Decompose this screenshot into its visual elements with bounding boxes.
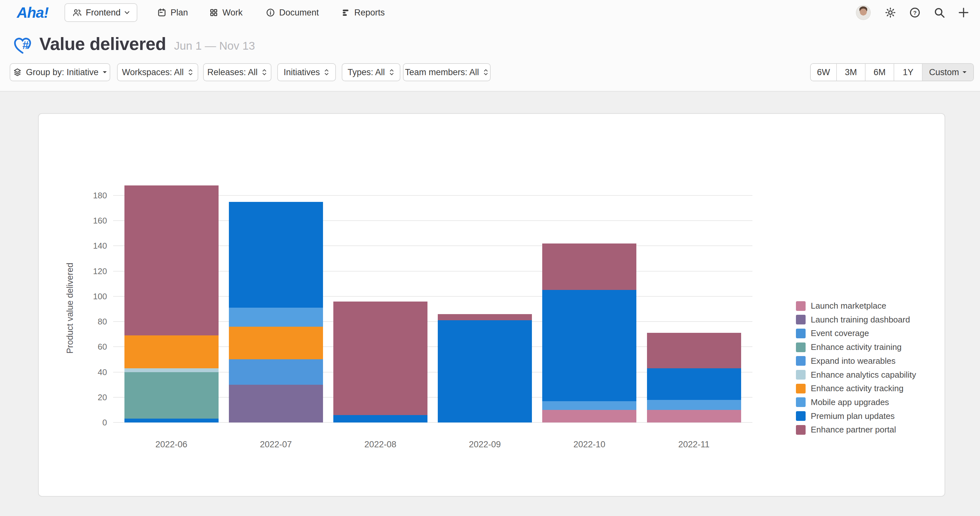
bar-segment[interactable] <box>124 368 219 372</box>
y-tick-label: 60 <box>72 342 107 352</box>
caret-down-icon <box>962 71 967 74</box>
nav-item-document[interactable]: Document <box>266 0 319 25</box>
bar-segment[interactable] <box>542 401 636 410</box>
x-tick-label: 2022-06 <box>136 440 207 449</box>
date-range: Jun 1 — Nov 13 <box>174 39 255 52</box>
people-icon <box>72 8 82 18</box>
legend-swatch <box>796 411 806 421</box>
bar-segment[interactable] <box>124 372 219 419</box>
chart-card: 020406080100120140160180Product value de… <box>38 113 945 497</box>
legend-label: Premium plan updates <box>811 411 894 421</box>
nav-item-plan[interactable]: Plan <box>157 0 188 25</box>
legend-item[interactable]: Enhance partner portal <box>796 425 896 435</box>
time-range-custom[interactable]: Custom <box>923 64 973 81</box>
top-nav-bar: Aha! Frontend PlanWorkDocumentReports <box>0 0 980 25</box>
y-tick-label: 140 <box>72 241 107 251</box>
legend-item[interactable]: Premium plan updates <box>796 411 894 421</box>
filter-pill-group-by[interactable]: Group by: Initiative <box>10 63 110 81</box>
legend-item[interactable]: Enhance activity tracking <box>796 384 904 393</box>
legend-label: Launch training dashboard <box>811 315 910 325</box>
time-range-1y[interactable]: 1Y <box>894 64 923 81</box>
legend-item[interactable]: Expand into wearables <box>796 356 896 366</box>
settings-button[interactable] <box>884 0 897 25</box>
bar-segment[interactable] <box>647 333 741 368</box>
bar-segment[interactable] <box>542 290 636 401</box>
legend-swatch <box>796 356 806 366</box>
time-range-6m[interactable]: 6M <box>865 64 894 81</box>
filter-label: Releases: All <box>207 67 258 77</box>
help-icon: ? <box>909 6 921 19</box>
nav-item-label: Reports <box>354 8 385 18</box>
grid-icon <box>209 8 219 18</box>
legend-item[interactable]: Enhance analytics capability <box>796 370 916 380</box>
legend-swatch <box>796 397 806 407</box>
legend-label: Enhance analytics capability <box>811 370 916 380</box>
bar-segment[interactable] <box>647 368 741 400</box>
nav-item-work[interactable]: Work <box>209 0 243 25</box>
y-tick-label: 40 <box>72 367 107 377</box>
time-range-6w[interactable]: 6W <box>811 64 837 81</box>
x-tick-label: 2022-08 <box>345 440 416 449</box>
y-tick-label: 160 <box>72 216 107 226</box>
svg-text:#: # <box>22 39 29 51</box>
nav-item-reports[interactable]: Reports <box>341 0 385 25</box>
plus-icon <box>957 6 970 19</box>
bar-segment[interactable] <box>542 410 636 422</box>
time-range-label: 3M <box>845 67 857 77</box>
bar-segment[interactable] <box>124 419 219 422</box>
filter-label: Initiatives <box>284 67 320 77</box>
bar-segment[interactable] <box>647 410 741 422</box>
x-tick-label: 2022-07 <box>240 440 312 449</box>
sort-arrows-icon <box>188 68 193 76</box>
bar-segment[interactable] <box>438 320 532 422</box>
legend-item[interactable]: Launch training dashboard <box>796 315 910 325</box>
bar-segment[interactable] <box>124 335 219 368</box>
legend-item[interactable]: Enhance activity training <box>796 342 902 352</box>
legend-item[interactable]: Launch marketplace <box>796 301 886 311</box>
gear-icon <box>884 6 897 19</box>
bar-segment[interactable] <box>333 301 428 415</box>
y-tick-label: 100 <box>72 291 107 301</box>
nav-item-label: Document <box>279 8 319 18</box>
bar-segment[interactable] <box>229 385 323 422</box>
y-tick-label: 180 <box>72 191 107 201</box>
filter-pill-releases[interactable]: Releases: All <box>203 63 271 81</box>
bar-segment[interactable] <box>124 185 219 335</box>
chevron-down-icon <box>124 11 130 14</box>
bar-segment[interactable] <box>647 400 741 410</box>
time-range-label: 6W <box>817 67 830 77</box>
bar-segment[interactable] <box>229 308 323 327</box>
legend-item[interactable]: Mobile app upgrades <box>796 397 889 407</box>
bar-segment[interactable] <box>438 314 532 320</box>
filter-pill-initiatives[interactable]: Initiatives <box>277 63 336 81</box>
filter-pill-types[interactable]: Types: All <box>342 63 400 81</box>
bar-segment[interactable] <box>229 202 323 308</box>
reports-icon <box>341 8 350 18</box>
legend-label: Enhance partner portal <box>811 425 896 435</box>
filter-pill-team-members[interactable]: Team members: All <box>403 63 491 81</box>
top-section: Aha! Frontend PlanWorkDocumentReports <box>0 0 980 92</box>
y-tick-label: 120 <box>72 266 107 276</box>
avatar[interactable] <box>856 5 871 20</box>
time-range-label: 1Y <box>903 67 913 77</box>
info-icon <box>266 8 275 18</box>
filter-label: Group by: Initiative <box>26 67 98 77</box>
search-button[interactable] <box>933 0 945 25</box>
calendar-icon <box>157 8 167 18</box>
bar-segment[interactable] <box>542 244 636 290</box>
workspace-label: Frontend <box>86 8 121 18</box>
bar-segment[interactable] <box>333 415 428 422</box>
caret-down-icon <box>102 71 107 74</box>
bar-segment[interactable] <box>229 327 323 360</box>
time-range-control: 6W3M6M1YCustom <box>810 63 974 81</box>
help-button[interactable]: ? <box>909 0 921 25</box>
filter-pill-workspaces[interactable]: Workspaces: All <box>117 63 198 81</box>
workspace-selector[interactable]: Frontend <box>64 3 137 22</box>
search-icon <box>933 6 945 19</box>
legend-swatch <box>796 342 806 352</box>
add-button[interactable] <box>957 0 970 25</box>
legend-item[interactable]: Event coverage <box>796 328 869 338</box>
bar-segment[interactable] <box>229 359 323 384</box>
aha-logo[interactable]: Aha! <box>17 4 48 21</box>
time-range-3m[interactable]: 3M <box>837 64 865 81</box>
